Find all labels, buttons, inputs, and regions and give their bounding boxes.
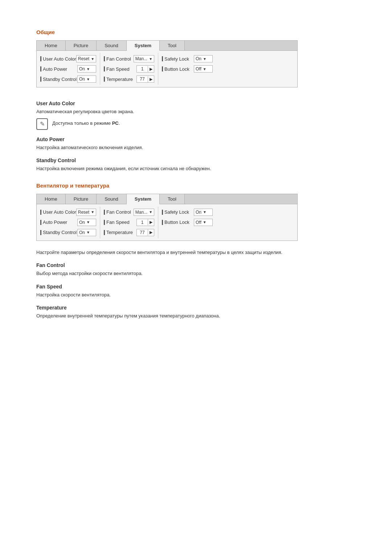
tab-picture-2[interactable]: Picture <box>66 194 97 204</box>
dropdown-arrow-8: ▼ <box>86 220 90 224</box>
stepper-fan-speed-2[interactable]: 1 ▶ <box>136 219 154 226</box>
table-body-fan: User Auto Color Reset ▼ Auto Power On ▼ <box>37 204 297 241</box>
row-user-auto-color-2: User Auto Color Reset ▼ <box>40 207 97 217</box>
bar-icon-9 <box>40 210 41 215</box>
row-temperature-2: Temperature 77 ▶ <box>103 227 155 238</box>
desc-auto-power: Настройка автоматического включения изде… <box>36 144 356 151</box>
label-temperature-2: Temperature <box>106 230 136 235</box>
section-fan: Вентилятор и температура Home Picture So… <box>36 182 356 320</box>
row-fan-speed-2: Fan Speed 1 ▶ <box>103 217 155 227</box>
tab-sound-1[interactable]: Sound <box>97 41 127 50</box>
dropdown-arrow-12: ▼ <box>203 220 207 224</box>
dropdown-fan-control-1[interactable]: Man... ▼ <box>134 55 154 62</box>
bar-icon-15 <box>162 210 163 215</box>
label-temperature-1: Temperature <box>106 77 136 82</box>
dropdown-user-auto-color-1[interactable]: Reset ▼ <box>76 55 96 62</box>
bar-icon-16 <box>162 220 163 225</box>
item-fan-speed: Fan Speed Настройка скорости вентилятора… <box>36 284 356 299</box>
label-user-auto-color-1: User Auto Color <box>43 56 76 62</box>
dropdown-value-auto-power-1: On <box>79 66 85 71</box>
label-fan-speed-1: Fan Speed <box>106 66 136 72</box>
dropdown-standby-control-2[interactable]: On ▼ <box>77 229 96 236</box>
dropdown-auto-power-2[interactable]: On ▼ <box>77 219 96 226</box>
tab-row-fan: Home Picture Sound System Tool <box>37 194 297 204</box>
row-fan-speed-1: Fan Speed 1 ▶ <box>103 64 155 74</box>
dropdown-arrow-9: ▼ <box>86 230 90 234</box>
stepper-fan-speed-1[interactable]: 1 ▶ <box>136 65 154 73</box>
tab-system-1[interactable]: System <box>127 41 160 51</box>
section-title-fan: Вентилятор и температура <box>36 182 356 189</box>
item-temperature: Temperature Определение внутренней темпе… <box>36 305 356 320</box>
table-fan: Home Picture Sound System Tool User Auto… <box>36 194 298 241</box>
label-auto-power-2: Auto Power <box>43 219 77 225</box>
tab-home-1[interactable]: Home <box>37 41 66 50</box>
label-fan-control-1: Fan Control <box>106 56 134 62</box>
dropdown-safety-lock-2[interactable]: On ▼ <box>194 209 213 216</box>
tab-tool-2[interactable]: Tool <box>160 194 185 204</box>
item-auto-power: Auto Power Настройка автоматического вкл… <box>36 136 356 151</box>
label-safety-lock-2: Safety Lock <box>164 209 194 215</box>
dropdown-value-user-auto-color-2: Reset <box>78 210 89 215</box>
dropdown-value-auto-power-2: On <box>79 220 85 225</box>
tab-tool-1[interactable]: Tool <box>160 41 185 50</box>
item-user-auto-color: User Auto Color Автоматическая регулиров… <box>36 100 356 130</box>
row-auto-power-2: Auto Power On ▼ <box>40 217 97 227</box>
stepper-val-temperature-2: 77 <box>137 229 148 236</box>
dropdown-value-standby-control-2: On <box>79 230 85 235</box>
row-fan-control-1: Fan Control Man... ▼ <box>103 54 155 64</box>
col-2-general: Fan Control Man... ▼ Fan Speed 1 ▶ <box>100 53 158 85</box>
heading-auto-power: Auto Power <box>36 136 356 142</box>
row-auto-power-1: Auto Power On ▼ <box>40 64 97 74</box>
dropdown-button-lock-1[interactable]: Off ▼ <box>194 65 213 73</box>
dropdown-arrow-4: ▼ <box>149 57 152 61</box>
label-fan-control-2: Fan Control <box>106 209 134 215</box>
label-safety-lock-1: Safety Lock <box>164 56 194 62</box>
row-fan-control-2: Fan Control Man... ▼ <box>103 207 155 217</box>
col-3-general: Safety Lock On ▼ Button Lock Off ▼ <box>158 53 216 85</box>
tab-system-2[interactable]: System <box>127 194 160 204</box>
stepper-val-fan-speed-2: 1 <box>137 219 148 226</box>
dropdown-button-lock-2[interactable]: Off ▼ <box>194 219 213 226</box>
heading-user-auto-color: User Auto Color <box>36 100 356 106</box>
row-standby-control-2: Standby Control On ▼ <box>40 227 97 238</box>
dropdown-auto-power-1[interactable]: On ▼ <box>77 65 96 73</box>
row-user-auto-color-1: User Auto Color Reset ▼ <box>40 54 97 64</box>
dropdown-value-fan-control-2: Man... <box>135 210 147 215</box>
intro-desc-fan: Настройте параметры определения скорости… <box>36 249 356 256</box>
stepper-arrow-fan-speed-1[interactable]: ▶ <box>148 66 154 72</box>
dropdown-arrow-7: ▼ <box>91 210 94 214</box>
dropdown-value-button-lock-1: Off <box>196 66 201 71</box>
heading-standby-control: Standby Control <box>36 157 356 163</box>
tab-picture-1[interactable]: Picture <box>66 41 97 50</box>
dropdown-safety-lock-1[interactable]: On ▼ <box>194 55 213 62</box>
dropdown-arrow-3: ▼ <box>86 77 90 81</box>
col-1-fan: User Auto Color Reset ▼ Auto Power On ▼ <box>37 206 100 238</box>
label-button-lock-2: Button Lock <box>164 219 194 225</box>
dropdown-value-safety-lock-1: On <box>196 56 201 61</box>
stepper-temperature-1[interactable]: 77 ▶ <box>136 75 154 83</box>
bar-icon-11 <box>40 230 41 235</box>
stepper-arrow-temperature-2[interactable]: ▶ <box>148 229 154 235</box>
stepper-arrow-temperature-1[interactable]: ▶ <box>148 76 154 82</box>
col-1-general: User Auto Color Reset ▼ Auto Power On ▼ <box>37 53 100 85</box>
bar-icon-5 <box>104 66 105 71</box>
dropdown-user-auto-color-2[interactable]: Reset ▼ <box>76 209 96 216</box>
col-3-fan: Safety Lock On ▼ Button Lock Off ▼ <box>158 206 216 238</box>
tab-home-2[interactable]: Home <box>37 194 66 204</box>
section-title-general: Общие <box>36 29 356 35</box>
bar-icon-12 <box>104 210 105 215</box>
dropdown-arrow-11: ▼ <box>203 210 207 214</box>
note-text-user-auto-color: Доступна только в режиме PC. <box>52 118 120 126</box>
note-box-user-auto-color: ✎ Доступна только в режиме PC. <box>36 118 356 130</box>
dropdown-standby-control-1[interactable]: On ▼ <box>77 75 96 83</box>
stepper-arrow-fan-speed-2[interactable]: ▶ <box>148 219 154 225</box>
stepper-temperature-2[interactable]: 77 ▶ <box>136 229 154 236</box>
row-standby-control-1: Standby Control On ▼ <box>40 74 97 84</box>
tab-sound-2[interactable]: Sound <box>97 194 127 204</box>
table-general: Home Picture Sound System Tool User Auto… <box>36 40 298 87</box>
dropdown-fan-control-2[interactable]: Man... ▼ <box>134 209 154 216</box>
table-body-general: User Auto Color Reset ▼ Auto Power On ▼ <box>37 51 297 87</box>
heading-fan-speed: Fan Speed <box>36 284 356 290</box>
bar-icon-6 <box>104 77 105 82</box>
dropdown-value-user-auto-color-1: Reset <box>78 56 89 61</box>
